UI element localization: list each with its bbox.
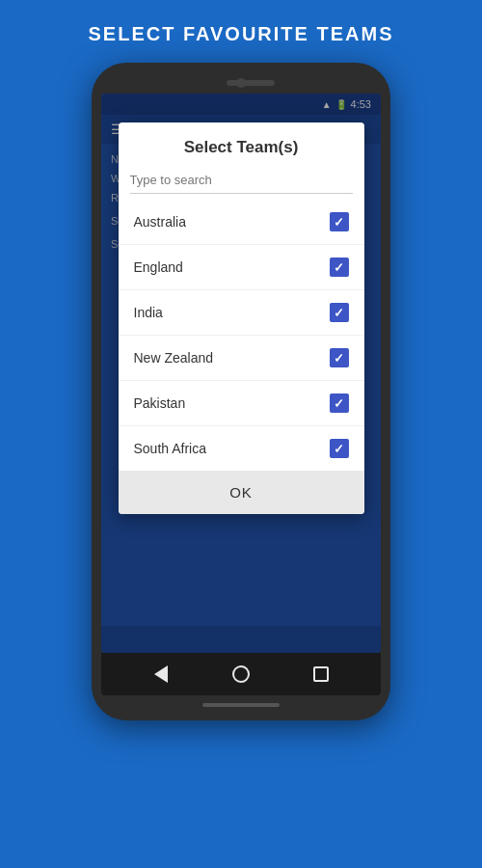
checkmark-new-zealand: ✓: [334, 352, 344, 365]
team-name-england: England: [134, 259, 183, 275]
recents-icon: [313, 666, 329, 682]
home-indicator: [202, 703, 280, 707]
list-item-pakistan[interactable]: Pakistan ✓: [119, 381, 364, 426]
list-item-england[interactable]: England ✓: [119, 245, 364, 290]
list-item-india[interactable]: India ✓: [119, 290, 364, 336]
checkmark-pakistan: ✓: [334, 397, 344, 410]
checkbox-india[interactable]: ✓: [330, 303, 349, 322]
ok-button[interactable]: OK: [119, 471, 364, 514]
team-name-pakistan: Pakistan: [134, 395, 186, 411]
dialog-footer: OK: [119, 471, 364, 514]
list-item-new-zealand[interactable]: New Zealand ✓: [119, 336, 364, 381]
team-name-australia: Australia: [134, 214, 186, 230]
phone-frame: ▲ 🔋 4:53 ☰ N W Ric Se Au Se: [92, 63, 390, 720]
phone-top-bar: [101, 76, 381, 94]
checkbox-england[interactable]: ✓: [330, 258, 349, 277]
dialog-title: Select Team(s): [119, 122, 364, 167]
phone-nav-bar: [101, 653, 381, 695]
checkbox-pakistan[interactable]: ✓: [330, 393, 349, 413]
page-title: SELECT FAVOURITE TEAMS: [0, 0, 482, 63]
list-item-australia[interactable]: Australia ✓: [119, 200, 364, 245]
checkbox-new-zealand[interactable]: ✓: [330, 348, 349, 367]
phone-camera: [236, 78, 246, 88]
teams-list: Australia ✓ England ✓ India: [119, 200, 364, 471]
checkmark-australia: ✓: [334, 216, 344, 229]
list-item-south-africa[interactable]: South Africa ✓: [119, 426, 364, 471]
nav-recents-button[interactable]: [306, 659, 336, 690]
back-icon: [154, 665, 168, 683]
home-icon: [232, 665, 250, 683]
checkmark-south-africa: ✓: [334, 443, 344, 455]
select-teams-dialog: Select Team(s) Australia ✓ England ✓: [119, 122, 364, 514]
checkbox-australia[interactable]: ✓: [330, 212, 349, 231]
phone-bottom: [202, 695, 280, 711]
nav-home-button[interactable]: [226, 659, 256, 690]
nav-back-button[interactable]: [146, 659, 176, 690]
team-search-input[interactable]: [130, 167, 353, 194]
dialog-overlay: Select Team(s) Australia ✓ England ✓: [101, 94, 381, 653]
phone-screen: ▲ 🔋 4:53 ☰ N W Ric Se Au Se: [101, 94, 381, 653]
team-name-south-africa: South Africa: [134, 441, 207, 456]
team-name-new-zealand: New Zealand: [134, 350, 214, 366]
team-name-india: India: [134, 305, 163, 320]
checkmark-england: ✓: [334, 261, 344, 274]
checkmark-india: ✓: [334, 307, 344, 319]
checkbox-south-africa[interactable]: ✓: [330, 439, 349, 458]
phone-speaker: [227, 80, 275, 86]
